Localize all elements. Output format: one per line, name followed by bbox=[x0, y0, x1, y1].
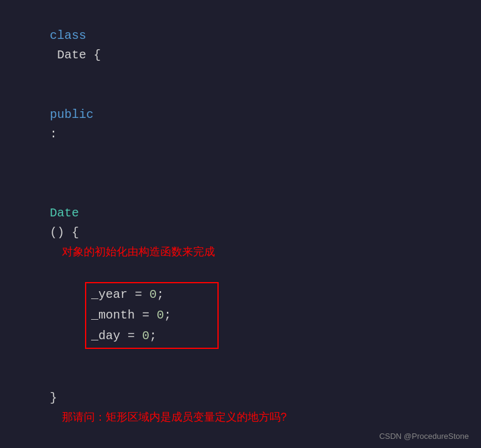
code-line-6: _day = 0 ; bbox=[91, 326, 213, 346]
keyword-class: class bbox=[50, 29, 86, 43]
keyword-public: public bbox=[50, 108, 94, 122]
code-line-3: Date () { 对象的初始化由构造函数来完成 bbox=[0, 164, 481, 282]
code-container: class Date { public : Date () { 对象的初始化由构… bbox=[0, 0, 481, 448]
code-line-4: _year = 0 ; bbox=[91, 284, 213, 305]
month-assign: _month = bbox=[91, 306, 157, 325]
closing-brace-constructor: } bbox=[50, 391, 57, 405]
code-line-5: _month = 0 ; bbox=[91, 305, 213, 326]
annotation-region: _year = 0 ; _month = 0 ; _day = 0 ; bbox=[85, 282, 463, 349]
keyword-date-constructor: Date bbox=[50, 206, 79, 220]
semi-2: ; bbox=[164, 306, 171, 325]
constructor-paren: () { bbox=[50, 226, 79, 240]
code-line-1: class Date { bbox=[0, 6, 481, 85]
annotation-question: 那请问：矩形区域内是成员变量定义的地方吗? bbox=[56, 411, 287, 423]
zero-1: 0 bbox=[149, 285, 157, 305]
line-content-2: public : bbox=[0, 86, 481, 164]
annotation-constructor: 对象的初始化由构造函数来完成 bbox=[56, 246, 215, 258]
zero-3: 0 bbox=[142, 326, 149, 346]
year-assign: _year = bbox=[91, 285, 149, 305]
day-assign: _day = bbox=[91, 326, 142, 346]
line-content-3: Date () { 对象的初始化由构造函数来完成 bbox=[0, 165, 481, 281]
annotation-border-box: _year = 0 ; _month = 0 ; _day = 0 ; bbox=[85, 282, 219, 349]
line-content-1: class Date { bbox=[0, 7, 481, 84]
semi-3: ; bbox=[149, 326, 157, 346]
watermark: CSDN @ProcedureStone bbox=[379, 432, 469, 441]
semi-1: ; bbox=[157, 285, 164, 305]
colon-1: : bbox=[50, 127, 57, 141]
zero-2: 0 bbox=[157, 306, 164, 325]
text-date-brace: Date { bbox=[50, 48, 101, 62]
code-line-2: public : bbox=[0, 85, 481, 164]
